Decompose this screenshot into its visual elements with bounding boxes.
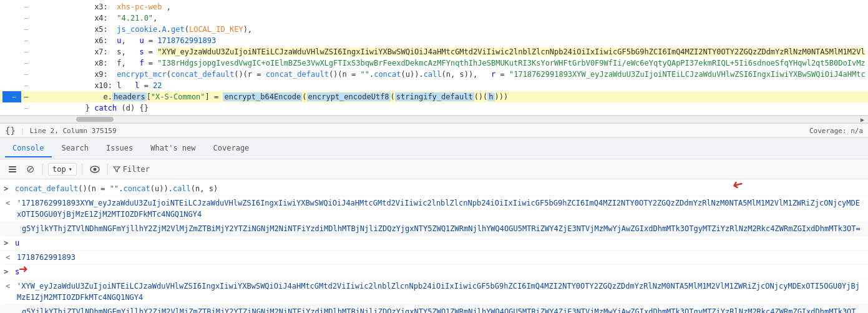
- code-content-highlighted: e.headers["X-S-Common"] = encrypt_b64Enc…: [31, 91, 866, 102]
- line-arrow: –: [21, 80, 31, 91]
- console-input-3: > s ➜: [0, 265, 868, 279]
- line-arrow-active: –: [21, 91, 31, 102]
- console-output-3: < 'XYW_eyJzaWduU3ZuIjoiNTEiLCJzaWduVHlwZ…: [0, 279, 868, 305]
- console-output-3b: g5YjlkYThiZTVlNDhmNGFmYjllhY2ZjM2VlMjZmZ…: [0, 305, 868, 313]
- code-line-x6: – x6: u, u = 1718762991893: [0, 35, 868, 46]
- svg-rect-0: [9, 166, 16, 167]
- filter-icon: [113, 166, 120, 173]
- red-arrow-2: ➜: [19, 264, 27, 275]
- status-bar: {} | Line 2, Column 375159 Coverage: n/a: [0, 123, 868, 138]
- separator-1: [42, 164, 43, 175]
- line-arrow: –: [21, 35, 31, 46]
- code-line-x7: – x7: s, s = "XYW_eyJzaWduU3ZuIjoiNTEiLC…: [0, 46, 868, 57]
- console-input-2: > u: [0, 236, 868, 251]
- line-arrow: –: [21, 102, 31, 114]
- console-value-2: 1718762991893: [17, 252, 863, 263]
- line-arrow: –: [21, 46, 31, 57]
- filter-label: Filter: [123, 165, 150, 174]
- prompt-3: >: [4, 266, 8, 277]
- prompt-2: >: [4, 237, 8, 249]
- line-arrow: –: [21, 57, 31, 69]
- console-input-1: > concat_default()(n = "".concat(u)).cal…: [0, 182, 868, 196]
- devtools-tabs: Console Search Issues What's new Coverag…: [0, 138, 868, 159]
- code-line-headers: – – e.headers["X-S-Common"] = encrypt_b6…: [0, 91, 868, 102]
- prompt-out-2: <: [6, 252, 10, 263]
- code-content: x9: encrypt_mcr(concat_default()(r = con…: [31, 69, 866, 80]
- context-label: top: [52, 165, 66, 174]
- code-editor: – x3: xhs-pc-web , – x4: "4.21.0", –: [0, 0, 868, 116]
- code-content: x10: l l = 22: [31, 80, 866, 91]
- prompt-1: >: [4, 183, 8, 194]
- prompt-out-1: <: [6, 197, 10, 209]
- scrollbar-thumb[interactable]: [76, 117, 114, 122]
- code-line-x10: – x10: l l = 22: [0, 80, 868, 91]
- console-output-1: < '1718762991893XYW_eyJzaWduU3ZuIjoiNTEi…: [0, 196, 868, 222]
- tab-coverage[interactable]: Coverage: [206, 140, 257, 157]
- console-output: > concat_default()(n = "".concat(u)).cal…: [0, 179, 868, 313]
- eye-btn[interactable]: [87, 162, 102, 177]
- code-content: x6: u, u = 1718762991893: [31, 35, 866, 46]
- clear-console-btn[interactable]: ⊘: [22, 162, 37, 177]
- code-line-catch: – } catch (d) {}: [0, 102, 868, 114]
- separator-3: [107, 164, 108, 175]
- console-value-1b: g5YjlkYThjZTVlNDhmNGFmYjllhY2ZjM2VlMjZmZ…: [22, 223, 863, 234]
- status-separator: |: [21, 127, 25, 135]
- code-content: x5: js_cookie.A.get(LOCAL_ID_KEY),: [31, 24, 866, 35]
- line-arrow: –: [21, 12, 31, 24]
- console-text-3: s: [15, 266, 863, 277]
- line-arrow: –: [21, 69, 31, 80]
- console-value-3b: g5YjlkYThiZTVlNDhmNGFmYjllhY2ZjM2VlMjZmZ…: [22, 306, 863, 313]
- bracket-icon[interactable]: {}: [5, 126, 16, 136]
- code-line-x8: – x8: f, f = "I38rHdgsjopgIvesdVwgIC+oIE…: [0, 57, 868, 69]
- scroll-right-btn[interactable]: ▶: [858, 116, 867, 123]
- tab-issues[interactable]: Issues: [99, 140, 140, 157]
- tab-search[interactable]: Search: [54, 140, 96, 157]
- svg-rect-1: [9, 169, 16, 170]
- horizontal-scrollbar[interactable]: ▶: [0, 116, 868, 123]
- line-arrow: –: [21, 1, 31, 12]
- chevron-down-icon: ▾: [69, 166, 72, 172]
- console-output-2: < 1718762991893: [0, 251, 868, 265]
- line-col-indicator: Line 2, Column 375159: [29, 127, 116, 135]
- code-lines: – x3: xhs-pc-web , – x4: "4.21.0", –: [0, 0, 868, 115]
- console-toolbar: ⊘ top ▾ Filter: [0, 159, 868, 179]
- tab-whats-new[interactable]: What's new: [143, 140, 203, 157]
- context-selector[interactable]: top ▾: [48, 163, 77, 176]
- code-content: x4: "4.21.0",: [31, 12, 866, 24]
- sidebar-toggle-btn[interactable]: [5, 162, 20, 177]
- console-value-3: 'XYW_eyJzaWduU3ZuIjoiNTEiLCJzaWduVHlwZSI…: [17, 281, 863, 303]
- code-content-catch: } catch (d) {}: [31, 102, 866, 114]
- filter-area[interactable]: Filter: [113, 165, 150, 174]
- separator-2: [82, 164, 82, 175]
- code-content: x8: f, f = "I38rHdgsjopgIvesdVwgIC+oIElm…: [31, 57, 866, 69]
- code-line-x3: – x3: xhs-pc-web ,: [0, 1, 868, 12]
- console-value-1: '1718762991893XYW_eyJzaWduU3ZuIjoiNTEiLC…: [17, 197, 863, 220]
- coverage-indicator: Coverage: n/a: [809, 127, 863, 135]
- svg-rect-2: [9, 171, 16, 172]
- code-line-x4: – x4: "4.21.0",: [0, 12, 868, 24]
- code-line-x9: – x9: encrypt_mcr(concat_default()(r = c…: [0, 69, 868, 80]
- line-arrow: –: [21, 24, 31, 35]
- code-content: x7: s, s = "XYW_eyJzaWduU3ZuIjoiNTEiLCJz…: [31, 46, 866, 57]
- red-arrow-1: ➜: [731, 179, 744, 192]
- svg-point-4: [93, 167, 96, 171]
- prompt-out-3: <: [6, 281, 10, 292]
- console-text-2: u: [15, 237, 863, 249]
- tab-console[interactable]: Console: [5, 140, 52, 157]
- code-line-x5: – x5: js_cookie.A.get(LOCAL_ID_KEY),: [0, 24, 868, 35]
- line-gutter-active: –: [2, 91, 21, 102]
- console-output-1b: g5YjlkYThjZTVlNDhmNGFmYjllhY2ZjM2VlMjZmZ…: [0, 222, 868, 236]
- devtools-window: – x3: xhs-pc-web , – x4: "4.21.0", –: [0, 0, 868, 313]
- code-content: x3: xhs-pc-web ,: [31, 1, 866, 12]
